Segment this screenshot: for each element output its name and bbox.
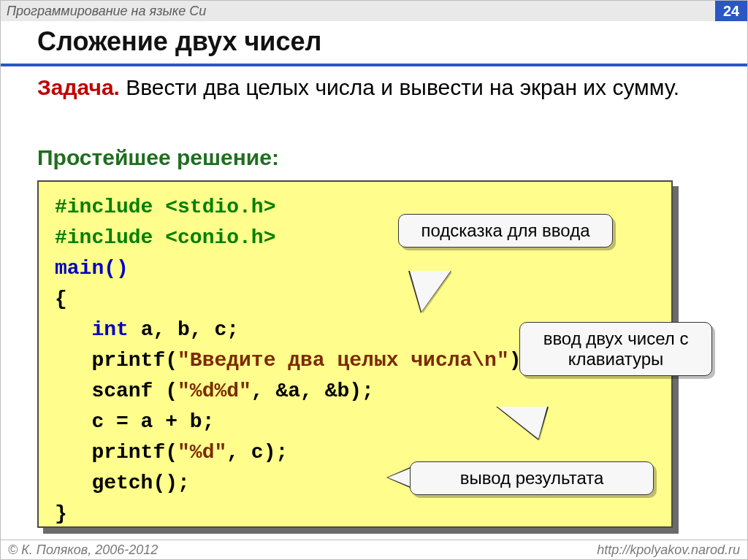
footer-url: http://kpolyakov.narod.ru (597, 542, 740, 558)
callout-input-two-numbers: ввод двух чисел с клавиатуры (519, 322, 712, 376)
page-number: 24 (723, 3, 739, 20)
callout-1-tail (410, 271, 451, 312)
code-line-1b: <stdio.h> (165, 196, 275, 218)
code-keyword-int: int (91, 318, 128, 341)
callout-2-tail (497, 407, 547, 439)
code-line-3: main() (55, 257, 129, 280)
code-line-1a: #include (55, 196, 165, 218)
footer: © К. Поляков, 2006-2012 http://kpolyakov… (1, 540, 747, 559)
code-line-10: getch(); (55, 472, 190, 494)
code-line-5c: a, b, c; (129, 318, 239, 341)
code-line-4: { (55, 288, 67, 310)
task-body: Ввести два целых числа и вывести на экра… (120, 75, 679, 99)
topbar: Программирование на языке Си (1, 1, 747, 21)
code-line-8: c = a + b; (55, 410, 214, 433)
callout-3-text: вывод результата (460, 468, 604, 488)
callout-1-text: подсказка для ввода (421, 220, 589, 240)
code-line-7a: scanf ( (55, 380, 178, 402)
code-line-9a: printf( (55, 441, 178, 464)
task-label: Задача. (37, 75, 120, 99)
code-line-2b: <conio.h> (165, 226, 275, 249)
task-text: Задача. Ввести два целых числа и вывести… (37, 74, 718, 101)
callout-2-text: ввод двух чисел с клавиатуры (543, 329, 689, 369)
footer-copyright: © К. Поляков, 2006-2012 (8, 542, 158, 558)
title-underline (1, 64, 747, 66)
code-line-7b: "%d%d" (178, 380, 251, 402)
code-line-9c: , c); (226, 441, 288, 464)
solution-label: Простейшее решение: (37, 145, 279, 170)
code-line-11: } (55, 502, 67, 525)
callout-output-result: вывод результата (410, 461, 654, 495)
slide: Программирование на языке Си 24 Сложение… (0, 0, 748, 560)
code-indent-5 (55, 318, 91, 341)
slide-title: Сложение двух чисел (37, 26, 321, 57)
callout-hint-input: подсказка для ввода (398, 214, 613, 248)
code-line-6b: "Введите два целых числа\n" (178, 349, 509, 372)
code-line-7c: , &a, &b); (251, 380, 374, 402)
code-line-2a: #include (55, 226, 165, 249)
page-number-badge: 24 (715, 1, 747, 21)
code-line-6a: printf( (55, 349, 178, 372)
code-line-9b: "%d" (178, 441, 226, 464)
breadcrumb: Программирование на языке Си (7, 4, 206, 19)
